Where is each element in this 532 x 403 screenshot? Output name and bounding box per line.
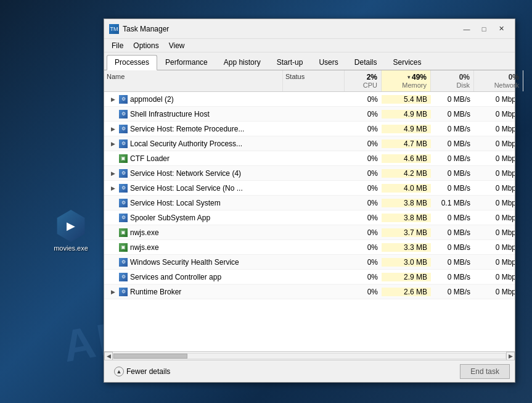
process-icon: ⚙ — [119, 258, 128, 267]
process-name: Service Host: Local Service (No ... — [130, 184, 243, 193]
close-button[interactable]: ✕ — [493, 23, 510, 35]
process-name: nwjs.exe — [130, 228, 159, 237]
proc-memory: 4.7 MB — [382, 139, 431, 148]
table-row[interactable]: ⚙Shell Infrastructure Host0%4.9 MB0 MB/s… — [104, 107, 515, 122]
proc-cpu: 0% — [345, 214, 382, 222]
proc-name-cell: ▶⚙Service Host: Local Service (No ... — [104, 184, 283, 193]
menu-file[interactable]: File — [107, 40, 128, 51]
tab-bar: Processes Performance App history Start-… — [104, 52, 515, 70]
proc-disk: 0 MB/s — [431, 273, 474, 281]
proc-memory: 5.4 MB — [382, 95, 431, 104]
hscroll-right-button[interactable]: ▶ — [506, 352, 515, 360]
process-icon: ⚙ — [119, 199, 128, 207]
expand-button — [109, 110, 117, 118]
proc-network: 0 Mbps — [474, 154, 515, 163]
hscroll-left-button[interactable]: ◀ — [104, 352, 113, 360]
proc-name-cell: ⚙Windows Security Health Service — [104, 258, 283, 267]
col-header-memory[interactable]: ▾ 49% Memory — [382, 70, 431, 91]
proc-disk: 0.1 MB/s — [431, 199, 474, 207]
process-icon: ⚙ — [119, 169, 128, 178]
process-icon: ⚙ — [119, 288, 128, 296]
table-row[interactable]: ▣nwjs.exe0%3.3 MB0 MB/s0 Mbps — [104, 240, 515, 255]
col-header-disk[interactable]: 0% Disk — [431, 70, 474, 91]
proc-network: 0 Mbps — [474, 258, 515, 267]
proc-cpu: 0% — [345, 169, 382, 178]
desktop-icon-label: movies.exe — [54, 244, 88, 252]
sort-arrow: ▾ — [407, 74, 411, 80]
expand-button[interactable]: ▶ — [109, 140, 117, 147]
proc-network: 0 Mbps — [474, 199, 515, 207]
tab-app-history[interactable]: App history — [216, 55, 269, 70]
col-header-name[interactable]: Name — [104, 70, 283, 91]
table-row[interactable]: ▶⚙Service Host: Remote Procedure...0%4.9… — [104, 122, 515, 136]
process-name: Services and Controller app — [130, 273, 221, 281]
proc-memory: 2.9 MB — [382, 273, 431, 281]
process-name: CTF Loader — [130, 154, 170, 163]
table-row[interactable]: ▶⚙Runtime Broker0%2.6 MB0 MB/s0 Mbps — [104, 285, 515, 299]
table-row[interactable]: ▶⚙Service Host: Network Service (4)0%4.2… — [104, 166, 515, 181]
expand-button[interactable]: ▶ — [109, 170, 117, 177]
proc-cpu: 0% — [345, 184, 382, 193]
table-row[interactable]: ⚙Service Host: Local System0%3.8 MB0.1 M… — [104, 196, 515, 210]
table-row[interactable]: ▶⚙Service Host: Local Service (No ...0%4… — [104, 181, 515, 196]
proc-network: 0 Mbps — [474, 214, 515, 222]
proc-disk: 0 MB/s — [431, 169, 474, 178]
movies-icon: ▶ — [55, 210, 87, 242]
table-row[interactable]: ▶⚙Local Security Authority Process...0%4… — [104, 136, 515, 151]
proc-memory: 4.0 MB — [382, 184, 431, 193]
table-row[interactable]: ▶⚙appmodel (2)0%5.4 MB0 MB/s0 Mbps — [104, 92, 515, 107]
restore-button[interactable]: □ — [475, 23, 493, 35]
tab-services[interactable]: Services — [385, 55, 429, 70]
mem-label: Memory — [402, 81, 427, 89]
expand-button — [109, 259, 117, 266]
proc-network: 0 Mbps — [474, 95, 515, 104]
menu-view[interactable]: View — [164, 40, 190, 51]
end-task-button[interactable]: End task — [460, 364, 510, 379]
expand-button — [109, 273, 117, 281]
col-header-cpu[interactable]: 2% CPU — [345, 70, 382, 91]
expand-button[interactable]: ▶ — [109, 185, 117, 192]
mem-percent: 49% — [412, 73, 427, 81]
process-name: Service Host: Remote Procedure... — [130, 125, 244, 133]
menu-bar: File Options View — [104, 39, 515, 52]
process-icon: ⚙ — [119, 110, 128, 118]
process-name: appmodel (2) — [130, 95, 174, 104]
tab-startup[interactable]: Start-up — [269, 55, 311, 70]
table-row[interactable]: ▣CTF Loader0%4.6 MB0 MB/s0 Mbps — [104, 151, 515, 166]
expand-button[interactable]: ▶ — [109, 125, 117, 133]
desktop-icon-movies[interactable]: ▶ movies.exe — [49, 210, 92, 252]
tab-users[interactable]: Users — [311, 55, 346, 70]
title-bar: TM Task Manager — □ ✕ — [104, 19, 515, 39]
col-header-network[interactable]: 0% Network — [474, 70, 523, 91]
table-row[interactable]: ▣nwjs.exe0%3.7 MB0 MB/s0 Mbps — [104, 225, 515, 240]
process-table[interactable]: ▶⚙appmodel (2)0%5.4 MB0 MB/s0 Mbps⚙Shell… — [104, 92, 515, 351]
proc-cpu: 0% — [345, 273, 382, 281]
taskmanager-icon: TM — [109, 24, 119, 34]
proc-network: 0 Mbps — [474, 169, 515, 178]
proc-memory: 4.9 MB — [382, 125, 431, 133]
proc-cpu: 0% — [345, 288, 382, 296]
proc-cpu: 0% — [345, 95, 382, 104]
expand-button[interactable]: ▶ — [109, 96, 117, 103]
proc-disk: 0 MB/s — [431, 184, 474, 193]
proc-network: 0 Mbps — [474, 139, 515, 148]
horizontal-scrollbar[interactable]: ◀ ▶ — [104, 351, 515, 360]
tab-processes[interactable]: Processes — [107, 55, 157, 70]
hscroll-thumb[interactable] — [113, 354, 187, 359]
expand-button[interactable]: ▶ — [109, 288, 117, 296]
col-header-status[interactable]: Status — [283, 70, 345, 91]
table-row[interactable]: ⚙Spooler SubSystem App0%3.8 MB0 MB/s0 Mb… — [104, 210, 515, 225]
tab-performance[interactable]: Performance — [157, 55, 216, 70]
table-row[interactable]: ⚙Services and Controller app0%2.9 MB0 MB… — [104, 270, 515, 285]
proc-network: 0 Mbps — [474, 110, 515, 118]
minimize-button[interactable]: — — [458, 23, 475, 35]
proc-disk: 0 MB/s — [431, 139, 474, 148]
table-row[interactable]: ⚙Windows Security Health Service0%3.0 MB… — [104, 255, 515, 270]
tab-details[interactable]: Details — [346, 55, 385, 70]
hscroll-track[interactable] — [113, 353, 506, 359]
fewer-details-button[interactable]: ▲ Fewer details — [109, 364, 175, 379]
process-name: Shell Infrastructure Host — [130, 110, 210, 118]
menu-options[interactable]: Options — [128, 40, 163, 51]
process-name: Local Security Authority Process... — [130, 139, 242, 148]
proc-name-cell: ▶⚙appmodel (2) — [104, 95, 283, 104]
